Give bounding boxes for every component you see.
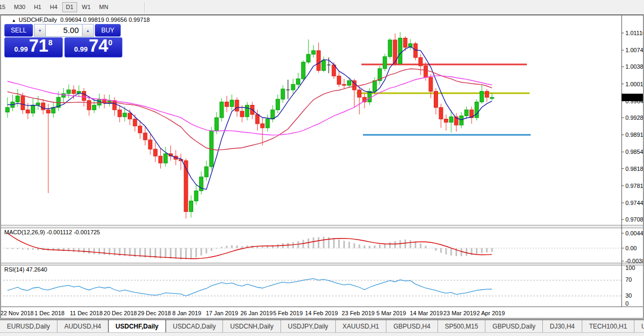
buy-button[interactable]: BUY [95, 24, 121, 37]
tab-list: EURUSD,DailyAUDUSD,H4USDCHF,DailyUSDCAD,… [0, 320, 644, 333]
price-tick-label: 1.00380 [625, 63, 643, 70]
price-tick-label: 0.98180 [625, 166, 643, 172]
candle-body [159, 156, 162, 163]
candle-body [419, 58, 423, 66]
buy-price-prefix: 0.99 [74, 45, 87, 53]
price-tick-label: 0.97440 [625, 200, 643, 206]
chart-window: 1.011101.007401.003801.000100.996400.992… [0, 14, 644, 319]
sell-price-prefix: 0.99 [14, 45, 28, 53]
candle-body [235, 100, 239, 111]
rsi-axis-label: 0 [625, 300, 629, 307]
date-tick-label: 23 Mar 2019 [443, 310, 476, 316]
candle-body [153, 149, 157, 156]
date-tick-label: 14 Mar 2019 [410, 310, 443, 316]
candle-body [26, 110, 30, 113]
panel-splitter[interactable] [1, 225, 643, 228]
date-axis[interactable]: 22 Nov 20181 Dec 201811 Dec 201820 Dec 2… [1, 310, 505, 316]
panel-splitter[interactable] [1, 263, 643, 265]
candle-body [6, 108, 10, 112]
candle-body [42, 103, 45, 110]
candle-body [429, 77, 433, 91]
candle-body [143, 133, 147, 140]
date-tick-label: 5 Mar 2019 [376, 310, 406, 316]
volume-decrease-button[interactable]: ▼ [34, 24, 46, 37]
toolbar-separator [144, 2, 145, 13]
chart-tab-eurusd-daily[interactable]: EURUSD,Daily [0, 320, 57, 333]
chart-tab-sp500-m15[interactable]: SP500,M15 [437, 320, 485, 333]
candle-body [439, 108, 443, 119]
macd-axis-label: 0.004487 [625, 230, 643, 236]
date-tick-label: 2 Apr 2019 [476, 310, 505, 316]
date-tick-label: 14 Feb 2019 [305, 310, 338, 316]
date-tick-label: 11 Dec 2018 [70, 310, 103, 316]
timeframe-bar: 15M30H1H4D1W1MN [0, 2, 112, 12]
candle-body [373, 80, 376, 91]
buy-price-button[interactable]: 0.99 74 0 [64, 37, 123, 58]
candle-body [82, 91, 86, 100]
current-price-label: 0.99718 [623, 94, 643, 101]
chart-tab-gbpusd-daily[interactable]: GBPUSD,Daily [485, 320, 542, 333]
chart-tab-usdchf-daily[interactable]: USDCHF,Daily [108, 319, 166, 333]
price-chart-canvas[interactable]: 1.011101.007401.003801.000100.996400.992… [1, 15, 643, 318]
chart-tab-gbpusd-h4[interactable]: GBPUSD,H4 [386, 320, 437, 333]
candle-body [444, 119, 448, 122]
chart-tab-xauusd-h1[interactable]: XAUUSD,H1 [335, 320, 386, 333]
candle-body [118, 110, 121, 117]
window-bottom-edge [0, 332, 644, 336]
volume-increase-button[interactable]: ▲ [82, 24, 94, 37]
sell-price-button[interactable]: 0.99 71 8 [4, 37, 63, 58]
timeframe-15[interactable]: 15 [0, 2, 9, 12]
timeframe-d1[interactable]: D1 [62, 2, 77, 12]
candle-body [485, 91, 489, 97]
timeframe-w1[interactable]: W1 [78, 2, 95, 12]
date-tick-label: 26 Jan 2019 [241, 310, 273, 316]
rsi-axis-label: 30 [625, 292, 632, 299]
chart-tab-tech100-h1[interactable]: TECH100,H1 [582, 320, 634, 333]
candle-body [434, 91, 437, 107]
chart-tab-dj30-h4[interactable]: DJ30,H4 [542, 320, 582, 333]
sell-price-main: 71 [29, 38, 48, 54]
price-tick-label: 0.98910 [625, 132, 643, 138]
candle-body [240, 111, 244, 117]
volume-input[interactable]: 5.00 [46, 24, 82, 37]
candle-body [317, 51, 320, 70]
sell-button[interactable]: SELL [4, 24, 33, 37]
date-tick-label: 5 Feb 2019 [273, 310, 303, 316]
candle-body [148, 140, 152, 149]
date-tick-label: 29 Dec 2018 [138, 310, 171, 316]
candle-body [311, 51, 315, 54]
candle-body [348, 80, 351, 85]
candle-body [123, 113, 127, 117]
candle-body [475, 102, 478, 118]
candle-body [16, 96, 20, 102]
candle-body [337, 76, 341, 85]
candle-body [113, 101, 117, 110]
candle-body [281, 89, 285, 99]
sell-price-pip: 8 [48, 38, 53, 47]
timeframe-h1[interactable]: H1 [30, 2, 45, 12]
candle-body [403, 38, 407, 47]
candle-body [271, 110, 275, 119]
candle-body [72, 90, 76, 94]
timeframe-m30[interactable]: M30 [10, 2, 29, 12]
price-tick-label: 1.01110 [625, 30, 643, 36]
chart-tab-usdcnh-daily[interactable]: USDCNH,Daily [222, 320, 280, 333]
chart-tab-usdcad-daily[interactable]: USDCAD,Daily [166, 320, 223, 333]
chart-tab-audusd-h4[interactable]: AUDUSD,H4 [57, 320, 108, 333]
timeframe-mn[interactable]: MN [95, 2, 112, 12]
candle-body [36, 103, 40, 105]
candle-body [307, 54, 310, 62]
chart-tab-usdjpy-daily[interactable]: USDJPY,Daily [280, 320, 335, 333]
mt4-terminal: { "toolbar": { "timeframes": [ {"label":… [0, 0, 644, 336]
candle-body [225, 102, 229, 106]
candle-body [358, 90, 361, 97]
timeframe-h4[interactable]: H4 [46, 2, 61, 12]
candle-body [138, 126, 142, 133]
price-tick-label: 1.00740 [625, 47, 643, 53]
candle-body [46, 110, 50, 113]
chart-tab-ukc[interactable]: UKC [634, 320, 644, 333]
candle-body [164, 154, 168, 163]
date-tick-label: 20 Dec 2018 [104, 310, 137, 316]
candle-body [189, 201, 193, 211]
date-tick-label: 22 Nov 2018 [1, 310, 34, 316]
